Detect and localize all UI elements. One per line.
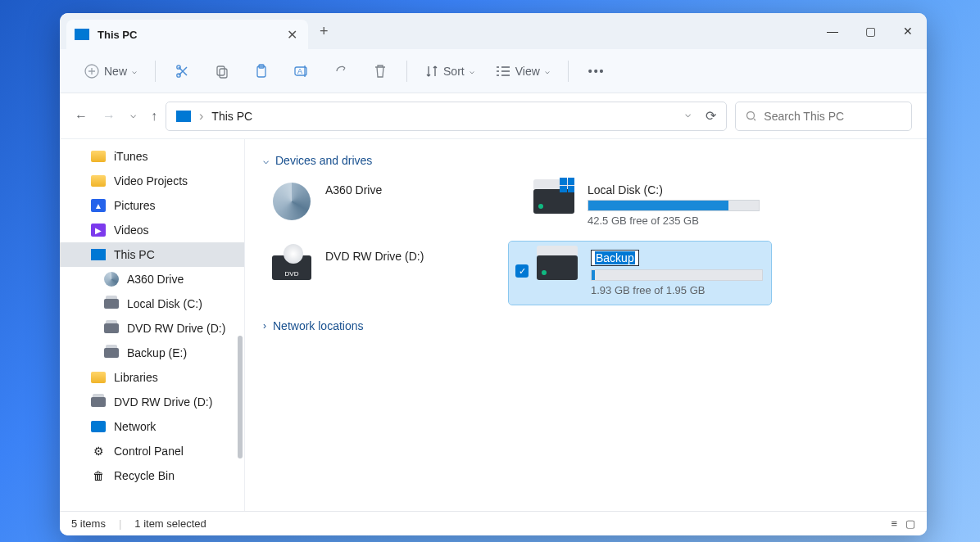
chevron-down-icon: ⌵ (545, 66, 550, 75)
navbar: ← → ⌵ ↑ › This PC ⌵ ⟳ (60, 93, 927, 139)
content-pane: ⌵ Devices and drives A360 Drive Local Di… (245, 139, 927, 511)
minimize-button[interactable]: — (814, 13, 851, 49)
tab-this-pc[interactable]: This PC ✕ (66, 20, 308, 49)
forward-button[interactable]: → (102, 109, 116, 124)
tiles-view-button[interactable]: ▢ (905, 517, 915, 530)
plus-circle-icon (84, 64, 99, 79)
chevron-down-icon: ⌵ (263, 155, 269, 166)
chevron-right-icon: › (263, 320, 266, 332)
windows-logo-icon (560, 178, 574, 192)
pc-icon (75, 29, 89, 40)
status-bar: 5 items | 1 item selected ≡ ▢ (60, 511, 927, 535)
search-input[interactable] (764, 110, 901, 123)
svg-text:A: A (297, 67, 302, 75)
up-button[interactable]: ↑ (151, 109, 157, 124)
rename-button[interactable]: A (284, 59, 320, 84)
hdd-icon (533, 189, 574, 214)
search-box[interactable] (735, 102, 912, 131)
tab-title: This PC (98, 29, 275, 41)
view-button[interactable]: View ⌵ (488, 60, 558, 83)
sidebar-item-network[interactable]: Network (60, 414, 244, 439)
close-window-button[interactable]: ✕ (889, 13, 927, 49)
svg-rect-3 (217, 66, 225, 75)
more-button[interactable]: ••• (578, 60, 615, 83)
cut-button[interactable] (166, 59, 200, 84)
group-devices-drives[interactable]: ⌵ Devices and drives (263, 154, 909, 167)
disk-icon (104, 348, 119, 358)
sidebar-item-libraries[interactable]: Libraries (60, 365, 244, 390)
storage-bar (591, 269, 763, 281)
address-bar[interactable]: › This PC ⌵ ⟳ (166, 102, 727, 131)
sidebar-item-itunes[interactable]: iTunes (60, 144, 244, 169)
sidebar-item-local-disk[interactable]: Local Disk (C:) (60, 291, 244, 316)
search-icon (746, 111, 755, 122)
trash-icon (374, 64, 387, 79)
sidebar-item-backup[interactable]: Backup (E:) (60, 341, 244, 365)
rename-icon: A (293, 64, 310, 79)
sidebar-item-pictures[interactable]: ▲Pictures (60, 193, 244, 218)
titlebar: This PC ✕ + — ▢ ✕ (60, 13, 927, 49)
pc-icon (91, 249, 106, 260)
pc-icon (176, 111, 191, 122)
breadcrumb-location[interactable]: This PC (211, 110, 252, 123)
close-tab-icon[interactable]: ✕ (284, 27, 300, 43)
paste-button[interactable] (244, 59, 279, 84)
status-selected-count: 1 item selected (134, 517, 206, 530)
sidebar-item-a360[interactable]: A360 Drive (60, 267, 244, 291)
sidebar: iTunes Video Projects ▲Pictures ▶Videos … (60, 139, 245, 511)
drive-backup[interactable]: ✓ Backup 1.93 GB free of 1.95 GB (509, 242, 771, 305)
view-icon (496, 65, 510, 78)
dvd-icon (91, 397, 106, 407)
storage-bar (588, 200, 760, 211)
disk-icon (104, 299, 119, 309)
chevron-down-icon: ⌵ (132, 66, 137, 75)
checkbox-checked[interactable]: ✓ (515, 264, 529, 278)
new-button[interactable]: New ⌵ (76, 59, 145, 84)
dvd-icon (104, 323, 119, 333)
share-icon (334, 64, 349, 79)
sidebar-item-video-projects[interactable]: Video Projects (60, 169, 244, 193)
maximize-button[interactable]: ▢ (851, 13, 889, 49)
rename-input[interactable]: Backup (591, 250, 639, 266)
refresh-button[interactable]: ⟳ (706, 108, 716, 124)
control-panel-icon: ⚙ (91, 445, 106, 458)
hdd-icon (537, 255, 578, 280)
new-tab-button[interactable]: + (320, 23, 329, 40)
network-icon (91, 421, 106, 432)
a360-icon (104, 272, 119, 287)
drive-local-disk[interactable]: Local Disk (C:) 42.5 GB free of 235 GB (525, 175, 771, 235)
copy-icon (215, 64, 229, 79)
chevron-down-icon: ⌵ (470, 66, 474, 75)
back-button[interactable]: ← (75, 109, 88, 124)
videos-icon: ▶ (91, 224, 106, 237)
group-network-locations[interactable]: › Network locations (263, 319, 909, 332)
scrollbar-thumb[interactable] (238, 336, 243, 458)
share-button[interactable] (324, 59, 359, 84)
clipboard-icon (254, 64, 269, 79)
sort-button[interactable]: Sort ⌵ (417, 60, 483, 83)
sidebar-item-dvd-drive[interactable]: DVD RW Drive (D:) (60, 316, 244, 341)
sidebar-item-recycle-bin[interactable]: 🗑Recycle Bin (60, 463, 244, 488)
recent-dropdown[interactable]: ⌵ (130, 109, 136, 124)
file-explorer-window: This PC ✕ + — ▢ ✕ New ⌵ A Sort ⌵ Vi (60, 13, 927, 535)
details-view-button[interactable]: ≡ (891, 517, 897, 530)
pictures-icon: ▲ (91, 199, 106, 212)
sidebar-item-this-pc[interactable]: This PC (60, 242, 244, 267)
drive-dvd[interactable]: DVD DVD RW Drive (D:) (263, 242, 509, 305)
sidebar-item-control-panel[interactable]: ⚙Control Panel (60, 439, 244, 463)
svg-rect-4 (220, 69, 227, 78)
svg-point-9 (747, 111, 755, 119)
scissors-icon (175, 64, 190, 79)
addr-dropdown-icon[interactable]: ⌵ (685, 108, 691, 124)
breadcrumb-separator: › (199, 109, 203, 124)
recycle-bin-icon: 🗑 (91, 469, 106, 482)
dvd-drive-icon: DVD (272, 255, 311, 280)
copy-button[interactable] (205, 59, 239, 84)
delete-button[interactable] (364, 59, 397, 84)
sidebar-item-dvd-2[interactable]: DVD RW Drive (D:) (60, 390, 244, 414)
sidebar-item-videos[interactable]: ▶Videos (60, 218, 244, 242)
drive-a360[interactable]: A360 Drive (263, 175, 509, 235)
status-item-count: 5 items (71, 517, 106, 530)
a360-icon (273, 183, 311, 220)
toolbar: New ⌵ A Sort ⌵ View ⌵ ••• (60, 49, 927, 93)
